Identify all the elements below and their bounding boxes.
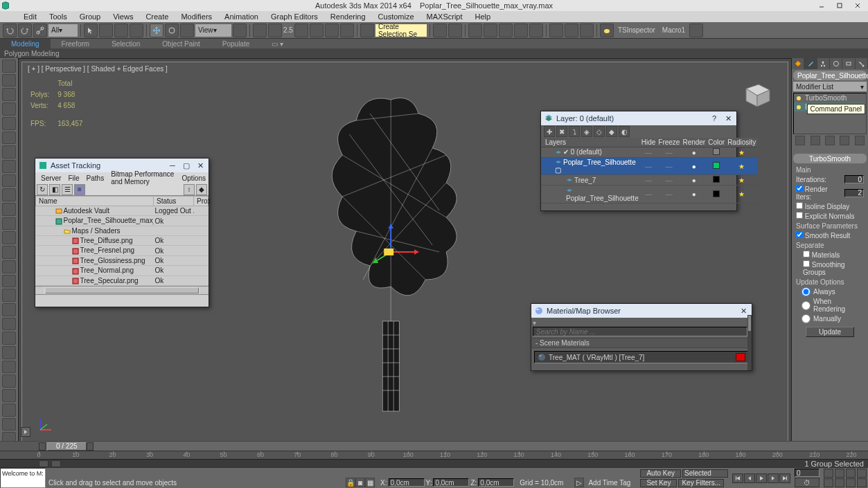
- goto-end-button[interactable]: [779, 473, 790, 483]
- materials-checkbox[interactable]: [803, 251, 810, 257]
- layer-delete-button[interactable]: ✖: [556, 126, 567, 137]
- layer-select-hilite-button[interactable]: ◈: [581, 126, 592, 137]
- asset-menu-bitmap-performance-and-memory[interactable]: Bitmap Performance and Memory: [108, 170, 177, 186]
- x-input[interactable]: [389, 478, 425, 487]
- layer-select-objects-button[interactable]: ◇: [594, 126, 605, 137]
- menu-modifiers[interactable]: Modifiers: [175, 12, 218, 21]
- lt-btn-26[interactable]: [2, 418, 16, 431]
- material-search-input[interactable]: [533, 327, 747, 336]
- lt-btn-3[interactable]: [2, 88, 16, 101]
- asset-table[interactable]: Name Status Prox Autodesk VaultLogged Ou…: [35, 196, 209, 286]
- render-iters-input[interactable]: [844, 189, 864, 197]
- asset-col-prox[interactable]: Prox: [194, 197, 209, 206]
- modifier-stack[interactable]: TurboSmoothEditable Poly: [793, 93, 867, 134]
- material-editor-button[interactable]: [529, 24, 543, 37]
- scale-button[interactable]: [180, 24, 194, 37]
- isolate-button[interactable]: ◙: [355, 478, 365, 487]
- menu-rendering[interactable]: Rendering: [325, 12, 371, 21]
- menu-animation[interactable]: Animation: [219, 12, 264, 21]
- nav-panview-button[interactable]: [835, 478, 844, 487]
- asset-menu-options[interactable]: Options: [179, 174, 209, 182]
- lt-btn-18[interactable]: [2, 303, 16, 316]
- hscroll-thumb[interactable]: [45, 287, 199, 293]
- cmd-tab-create[interactable]: [792, 58, 804, 69]
- named-selection-edit-button[interactable]: [360, 24, 374, 37]
- lt-btn-5[interactable]: [2, 117, 16, 130]
- material-section-header[interactable]: - Scene Materials: [531, 338, 752, 348]
- lt-btn-13[interactable]: [2, 231, 16, 244]
- lt-btn-6[interactable]: [2, 132, 16, 145]
- asset-highlight-button[interactable]: ◧: [49, 184, 60, 195]
- lt-btn-20[interactable]: [2, 332, 16, 345]
- asset-menu-paths[interactable]: Paths: [84, 174, 107, 182]
- prev-frame-button[interactable]: [744, 473, 755, 483]
- minimize-button[interactable]: [813, 0, 831, 11]
- menu-help[interactable]: Help: [470, 12, 497, 21]
- menu-edit[interactable]: Edit: [18, 12, 42, 21]
- layers-col-layers[interactable]: Layers: [541, 138, 640, 147]
- manipulate-button[interactable]: [253, 24, 267, 37]
- lt-btn-7[interactable]: [2, 145, 16, 159]
- ribbon-tab-object-paint[interactable]: Object Paint: [151, 39, 211, 48]
- asset-row[interactable]: Tree_Normal.pngOk: [36, 266, 209, 275]
- layer-new-button[interactable]: ✚: [544, 126, 555, 137]
- layers-table[interactable]: Layers Hide Freeze Render Color Radiosit…: [541, 138, 757, 204]
- layers-col-radiosity[interactable]: Radiosity: [726, 138, 757, 147]
- layer-row[interactable]: Poplar_Tree_Silhouette——●★: [541, 186, 757, 203]
- window-crossing-button[interactable]: [130, 24, 143, 37]
- asset-tree-button[interactable]: ☰: [62, 184, 73, 195]
- asset-col-status[interactable]: Status: [154, 197, 194, 206]
- key-filters-button[interactable]: Key Filters...: [678, 479, 724, 487]
- lt-btn-8[interactable]: [2, 160, 16, 173]
- nav-zoom-all-button[interactable]: [846, 469, 856, 478]
- tsinspector-label[interactable]: TSInspector: [615, 26, 658, 34]
- undo-button[interactable]: [3, 24, 17, 37]
- lt-btn-22[interactable]: [2, 361, 16, 374]
- lt-btn-2[interactable]: [2, 74, 16, 87]
- redo-button[interactable]: [18, 24, 32, 37]
- layer-hide-button[interactable]: ◐: [619, 126, 630, 137]
- selection-filter-dropdown[interactable]: All▾: [48, 24, 78, 37]
- update-button[interactable]: Update: [806, 327, 854, 337]
- asset-menu-file[interactable]: File: [65, 174, 82, 182]
- time-tag-button[interactable]: ▷: [574, 478, 584, 487]
- stack-item-editable-poly[interactable]: Editable Poly: [794, 102, 866, 111]
- menu-views[interactable]: Views: [107, 12, 139, 21]
- time-config-button[interactable]: ⏱: [795, 478, 820, 487]
- menu-group[interactable]: Group: [74, 12, 107, 21]
- stack-item-turbosmooth[interactable]: TurboSmooth: [794, 93, 866, 102]
- rollup-turbosmooth[interactable]: TurboSmooth: [793, 154, 867, 163]
- time-ruler[interactable]: 0102030405060708090100110120130140150160…: [0, 451, 868, 459]
- layer-row[interactable]: ✔ 0 (default)——●★: [541, 147, 757, 158]
- menu-maxscript[interactable]: MAXScript: [421, 12, 468, 21]
- align-button[interactable]: [448, 24, 462, 37]
- move-button[interactable]: [150, 24, 163, 37]
- lt-btn-14[interactable]: [2, 246, 16, 259]
- ribbon-subpanel[interactable]: Polygon Modeling: [0, 48, 868, 58]
- asset-row[interactable]: Tree_Glossiness.pngOk: [36, 255, 209, 265]
- stack-remove-button[interactable]: [840, 136, 849, 145]
- percent-snap-button[interactable]: [325, 24, 339, 37]
- layer-manager-button[interactable]: [468, 24, 482, 37]
- select-by-name-button[interactable]: [99, 24, 113, 37]
- nav-zoom-ext-button[interactable]: [857, 469, 867, 478]
- asset-row[interactable]: Autodesk VaultLogged Out ...: [36, 206, 209, 216]
- nav-pan-button[interactable]: [824, 469, 833, 478]
- update-rendering-radio[interactable]: [801, 301, 811, 310]
- lt-btn-24[interactable]: [2, 389, 16, 402]
- lt-btn-9[interactable]: [2, 174, 16, 188]
- asset-row[interactable]: Tree_Specular.pngOk: [36, 275, 209, 285]
- add-time-tag[interactable]: Add Time Tag: [588, 479, 630, 487]
- lt-btn-1[interactable]: [2, 60, 16, 73]
- asset-row[interactable]: Poplar_Tree_Silhouette_max_vray.maxOk: [36, 216, 209, 226]
- cmd-tab-motion[interactable]: [830, 58, 842, 69]
- lt-btn-23[interactable]: [2, 374, 16, 388]
- goto-start-button[interactable]: [732, 473, 743, 483]
- material-browser-title-bar[interactable]: Material/Map Browser ✕: [531, 304, 752, 318]
- cmd-tab-utilities[interactable]: [856, 58, 868, 69]
- material-item[interactable]: Tree_MAT ( VRayMtl ) [Tree_7]: [534, 351, 749, 363]
- lt-btn-15[interactable]: [2, 260, 16, 273]
- selection-lock-toggle[interactable]: ▦: [365, 478, 375, 487]
- auto-key-button[interactable]: Auto Key: [640, 469, 681, 478]
- next-frame-button[interactable]: [768, 473, 779, 483]
